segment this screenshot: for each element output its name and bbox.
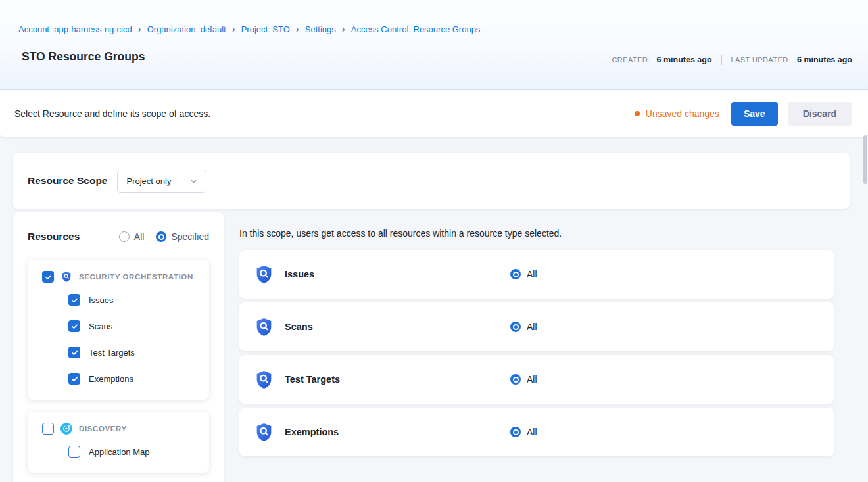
resource-access-panel: In this scope, users get access to all r… [239, 212, 850, 482]
access-radio-label: All [527, 374, 537, 385]
resource-item-label: Scans [89, 322, 112, 331]
resource-item-issues: Issues [68, 287, 200, 313]
checkbox-application-map[interactable] [68, 446, 80, 458]
unsaved-dot-icon [635, 111, 640, 116]
radio-all[interactable]: All [119, 231, 145, 242]
discard-button[interactable]: Discard [788, 102, 852, 126]
radio-selected-icon[interactable] [510, 269, 521, 279]
access-radio-all-exemptions[interactable]: All [510, 427, 537, 437]
access-radio-all-scans[interactable]: All [510, 322, 537, 332]
resource-item-scans: Scans [68, 313, 200, 339]
breadcrumb: Account: app-harness-ng-cicd › Organizat… [18, 24, 480, 34]
access-radio-all-issues[interactable]: All [510, 269, 537, 279]
resource-row-test-targets: Test Targets All [239, 355, 834, 404]
check-icon [70, 296, 79, 304]
resource-row-label: Test Targets [285, 374, 340, 385]
sto-shield-icon [254, 264, 274, 285]
created-value: 6 minutes ago [657, 55, 712, 64]
access-radio-label: All [527, 269, 537, 279]
access-radio-all-test-targets[interactable]: All [510, 374, 537, 385]
breadcrumb-organization[interactable]: Organization: default [147, 24, 226, 34]
chevron-right-icon: › [296, 24, 299, 34]
resource-row-issues: Issues All [239, 250, 834, 299]
checkbox-security-orchestration[interactable] [42, 271, 54, 283]
check-icon [70, 322, 79, 331]
checkbox-test-targets[interactable] [68, 347, 80, 358]
chevron-down-icon [189, 177, 198, 185]
resource-row-label: Issues [285, 269, 314, 279]
unsaved-changes-label: Unsaved changes [646, 108, 719, 119]
sto-shield-icon [60, 271, 72, 283]
check-icon [70, 349, 79, 357]
resources-panel: Resources All Specified [13, 212, 224, 482]
chevron-right-icon: › [232, 24, 235, 34]
sto-shield-icon [254, 317, 274, 337]
main-content: Resource Scope Project only Resources Al… [0, 137, 868, 482]
resource-item-label: Application Map [89, 447, 150, 457]
resource-item-exemptions: Exemptions [68, 366, 200, 392]
checkbox-discovery[interactable] [42, 423, 54, 435]
created-label: CREATED: [612, 56, 650, 64]
radio-specified-label: Specified [171, 231, 209, 242]
checkbox-scans[interactable] [68, 320, 80, 332]
chevron-right-icon: › [342, 24, 345, 34]
sto-shield-icon [254, 370, 274, 390]
last-updated-value: 6 minutes ago [797, 55, 852, 64]
resource-scope-card: Resource Scope Project only [13, 153, 850, 209]
last-updated-label: LAST UPDATED: [731, 56, 790, 64]
checkbox-issues[interactable] [68, 294, 80, 306]
resource-row-scans: Scans All [239, 302, 834, 351]
save-button[interactable]: Save [731, 102, 778, 126]
resource-row-exemptions: Exemptions All [239, 408, 834, 456]
check-icon [44, 273, 53, 281]
resource-scope-label: Resource Scope [28, 175, 107, 187]
breadcrumb-account[interactable]: Account: app-harness-ng-cicd [18, 24, 132, 34]
chevron-right-icon: › [138, 24, 141, 34]
page-title: STO Resource Groups [22, 50, 145, 64]
radio-selected-icon[interactable] [156, 231, 166, 242]
radio-unselected-icon[interactable] [119, 231, 130, 242]
group-label: DISCOVERY [79, 425, 127, 433]
discovery-icon [60, 423, 72, 435]
toolbar-description: Select Resource and define its scope of … [14, 108, 210, 119]
access-radio-label: All [527, 427, 537, 437]
breadcrumb-settings[interactable]: Settings [305, 24, 336, 34]
radio-selected-icon[interactable] [510, 427, 521, 437]
vertical-scrollbar[interactable] [863, 135, 867, 184]
resource-scope-selected-value: Project only [126, 176, 171, 186]
action-toolbar: Select Resource and define its scope of … [0, 90, 868, 137]
breadcrumb-project[interactable]: Project: STO [241, 24, 290, 34]
resources-mode-radio-group: All Specified [119, 231, 209, 242]
breadcrumb-access-control[interactable]: Access Control: Resource Groups [351, 24, 481, 34]
resource-row-label: Exemptions [285, 427, 339, 437]
header-metadata: CREATED: 6 minutes ago LAST UPDATED: 6 m… [612, 55, 852, 65]
resource-item-label: Issues [89, 295, 114, 305]
group-label: SECURITY ORCHESTRATION [79, 273, 193, 281]
resource-scope-dropdown[interactable]: Project only [117, 170, 206, 193]
radio-all-label: All [134, 231, 145, 242]
meta-divider [721, 55, 722, 65]
resource-item-label: Exemptions [89, 374, 133, 384]
resource-group-security-orchestration: SECURITY ORCHESTRATION Issues Scans Test… [28, 260, 209, 400]
resource-row-label: Scans [285, 322, 313, 332]
resource-item-application-map: Application Map [68, 439, 200, 465]
resources-title: Resources [28, 231, 80, 243]
radio-selected-icon[interactable] [510, 322, 521, 332]
page-header: Account: app-harness-ng-cicd › Organizat… [0, 0, 868, 90]
unsaved-changes-indicator: Unsaved changes [635, 108, 719, 119]
access-radio-label: All [527, 322, 537, 332]
resource-item-label: Test Targets [89, 348, 135, 358]
radio-specified[interactable]: Specified [156, 231, 209, 242]
checkbox-exemptions[interactable] [68, 373, 80, 385]
sto-shield-icon [254, 422, 274, 443]
resource-item-test-targets: Test Targets [68, 339, 200, 366]
radio-selected-icon[interactable] [510, 374, 521, 385]
check-icon [70, 375, 79, 383]
scope-description: In this scope, users get access to all r… [239, 228, 834, 239]
resource-group-discovery: DISCOVERY Application Map [28, 412, 209, 473]
